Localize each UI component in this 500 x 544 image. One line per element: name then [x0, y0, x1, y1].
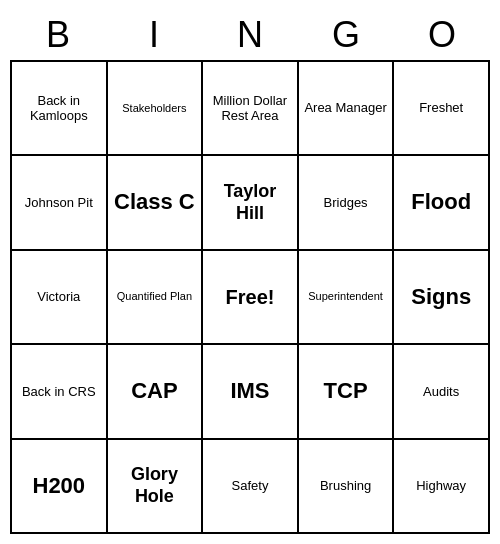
header-letter: I [106, 10, 202, 60]
bingo-row: VictoriaQuantified PlanFree!Superintende… [12, 251, 490, 345]
bingo-card: BINGO Back in KamloopsStakeholdersMillio… [10, 10, 490, 534]
bingo-cell: Safety [203, 440, 299, 534]
bingo-cell: Taylor Hill [203, 156, 299, 250]
bingo-cell: Brushing [299, 440, 395, 534]
bingo-cell: CAP [108, 345, 204, 439]
bingo-cell: Stakeholders [108, 62, 204, 156]
header-letter: G [298, 10, 394, 60]
bingo-row: Johnson PitClass CTaylor HillBridgesFloo… [12, 156, 490, 250]
bingo-cell: Signs [394, 251, 490, 345]
bingo-cell: Superintendent [299, 251, 395, 345]
bingo-cell: Area Manager [299, 62, 395, 156]
bingo-cell: Free! [203, 251, 299, 345]
bingo-cell: Quantified Plan [108, 251, 204, 345]
bingo-cell: Back in Kamloops [12, 62, 108, 156]
header-letter: N [202, 10, 298, 60]
bingo-row: H200Glory HoleSafetyBrushingHighway [12, 440, 490, 534]
header-letter: O [394, 10, 490, 60]
bingo-cell: Audits [394, 345, 490, 439]
bingo-cell: Freshet [394, 62, 490, 156]
bingo-cell: Highway [394, 440, 490, 534]
header-letter: B [10, 10, 106, 60]
bingo-cell: Flood [394, 156, 490, 250]
bingo-cell: Class C [108, 156, 204, 250]
bingo-cell: H200 [12, 440, 108, 534]
bingo-grid: Back in KamloopsStakeholdersMillion Doll… [10, 60, 490, 534]
bingo-row: Back in CRSCAPIMSTCPAudits [12, 345, 490, 439]
bingo-cell: Glory Hole [108, 440, 204, 534]
bingo-cell: TCP [299, 345, 395, 439]
bingo-cell: IMS [203, 345, 299, 439]
bingo-cell: Johnson Pit [12, 156, 108, 250]
bingo-cell: Million Dollar Rest Area [203, 62, 299, 156]
bingo-cell: Back in CRS [12, 345, 108, 439]
bingo-cell: Victoria [12, 251, 108, 345]
bingo-cell: Bridges [299, 156, 395, 250]
bingo-header: BINGO [10, 10, 490, 60]
bingo-row: Back in KamloopsStakeholdersMillion Doll… [12, 62, 490, 156]
